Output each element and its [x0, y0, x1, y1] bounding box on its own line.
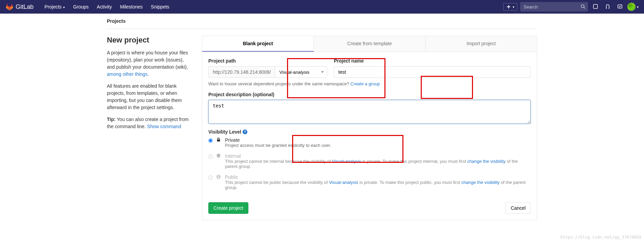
description-label: Project description (optional): [208, 92, 531, 97]
visual-analysis-link[interactable]: Visual-analysis: [329, 180, 358, 185]
visibility-public-radio: [208, 175, 213, 180]
svg-rect-1: [507, 6, 510, 7]
todos-icon[interactable]: [615, 4, 625, 10]
tab-create-from-template[interactable]: Create from template: [314, 36, 425, 52]
main: Blank project Create from template Impor…: [202, 36, 537, 220]
show-command-link[interactable]: Show command: [147, 124, 181, 129]
avatar: [627, 3, 636, 11]
path-input-group: http://120.79.148.214:8008/ Visual-analy…: [208, 66, 327, 78]
search-icon: [581, 4, 585, 10]
gitlab-logo-icon: [5, 3, 14, 11]
visibility-public-content: Public This project cannot be public bec…: [225, 174, 531, 190]
sidebar-features: All features are enabled for blank proje…: [107, 83, 192, 111]
visibility-private: Private Project access must be granted e…: [208, 137, 531, 148]
page-title: New project: [107, 36, 192, 45]
sidebar-tip: Tip: You can also create a project from …: [107, 116, 192, 130]
cancel-button[interactable]: Cancel: [506, 202, 531, 214]
user-menu[interactable]: ▾: [627, 3, 639, 11]
visibility-internal-content: Internal This project cannot be internal…: [225, 153, 531, 169]
change-visibility-link[interactable]: change the visibility: [467, 159, 506, 164]
project-name-input[interactable]: [334, 66, 531, 78]
merge-requests-icon[interactable]: [603, 4, 612, 10]
chevron-down-icon: ▾: [62, 5, 65, 9]
project-path-label: Project path: [208, 58, 327, 64]
content: New project A project is where you house…: [107, 29, 537, 220]
brand[interactable]: GitLab: [5, 3, 34, 11]
path-prefix: http://120.79.148.214:8008/: [208, 66, 275, 78]
namespace-select[interactable]: Visual-analysis: [275, 66, 327, 78]
navbar-right: ▾ ▾: [503, 2, 639, 12]
button-row: Create project Cancel: [208, 202, 531, 214]
help-icon[interactable]: ?: [243, 130, 247, 134]
nav-groups[interactable]: Groups: [69, 4, 93, 10]
tabs: Blank project Create from template Impor…: [202, 36, 537, 52]
description-input[interactable]: [208, 100, 531, 124]
form-group-description: Project description (optional): [208, 92, 531, 124]
top-navbar: GitLab Projects ▾ Groups Activity Milest…: [0, 0, 644, 14]
project-name-label: Project name: [334, 58, 531, 64]
chevron-down-icon: ▾: [637, 5, 639, 9]
create-project-button[interactable]: Create project: [208, 202, 248, 214]
shield-icon: [216, 153, 222, 159]
nav-activity[interactable]: Activity: [93, 4, 116, 10]
create-group-link[interactable]: Create a group: [351, 81, 380, 86]
tab-import-project[interactable]: Import project: [425, 36, 537, 52]
nav-projects[interactable]: Projects ▾: [40, 4, 69, 10]
svg-point-6: [609, 7, 610, 8]
tab-blank-project[interactable]: Blank project: [202, 36, 314, 52]
namespace-hint: Want to house several dependent projects…: [208, 81, 531, 86]
form-group-path: Project path http://120.79.148.214:8008/…: [208, 58, 327, 78]
globe-icon: [216, 174, 222, 180]
nav-milestones[interactable]: Milestones: [116, 4, 147, 10]
sidebar-intro: A project is where you house your files …: [107, 49, 192, 78]
visibility-private-content: Private Project access must be granted e…: [225, 137, 531, 148]
container: Projects New project A project is where …: [101, 14, 543, 220]
form-area: Project path http://120.79.148.214:8008/…: [202, 52, 537, 220]
svg-line-3: [584, 7, 585, 9]
visibility-label: Visibility Level ?: [208, 129, 531, 135]
form-row-path-name: Project path http://120.79.148.214:8008/…: [208, 58, 531, 78]
plus-icon: [506, 4, 511, 9]
svg-point-2: [581, 5, 584, 8]
among-other-things-link[interactable]: among other things: [107, 71, 148, 77]
nav-snippets[interactable]: Snippets: [147, 4, 173, 10]
chevron-down-icon: ▾: [513, 5, 514, 9]
form-group-name: Project name: [334, 58, 531, 78]
visibility-internal: Internal This project cannot be internal…: [208, 153, 531, 169]
visibility-private-radio[interactable]: [208, 138, 213, 143]
svg-point-5: [606, 7, 607, 8]
navbar-nav: Projects ▾ Groups Activity Milestones Sn…: [40, 4, 173, 10]
visual-analysis-link[interactable]: Visual-analysis: [332, 159, 361, 164]
change-visibility-link[interactable]: change the visibility: [461, 180, 500, 185]
svg-rect-4: [593, 4, 598, 8]
brand-text: GitLab: [16, 3, 34, 11]
issues-icon[interactable]: [591, 4, 600, 10]
svg-rect-8: [217, 139, 220, 141]
form-group-visibility: Visibility Level ? Private Project acces…: [208, 129, 531, 195]
search-input[interactable]: [520, 2, 588, 12]
new-button[interactable]: ▾: [503, 3, 517, 11]
search-wrap: [520, 2, 588, 12]
visibility-internal-radio: [208, 154, 213, 159]
lock-icon: [216, 137, 222, 143]
sidebar: New project A project is where you house…: [107, 36, 192, 220]
breadcrumb: Projects: [107, 14, 537, 29]
visibility-public: Public This project cannot be public bec…: [208, 174, 531, 190]
